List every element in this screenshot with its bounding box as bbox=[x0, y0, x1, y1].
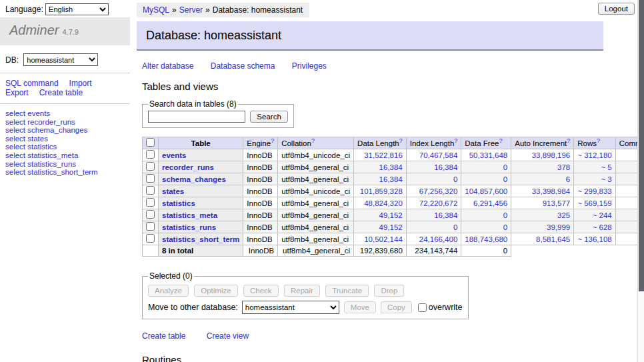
move-button[interactable]: Move bbox=[344, 301, 376, 313]
rows-count-value[interactable]: ~ 299,833 bbox=[574, 185, 615, 197]
adminer-version[interactable]: 4.7.9 bbox=[62, 28, 78, 36]
index-length-value[interactable]: 70,467,584 bbox=[406, 149, 461, 161]
auto-increment-value[interactable]: 378 bbox=[511, 161, 574, 173]
rows-count-value[interactable]: ~ 628 bbox=[574, 221, 615, 233]
data-length-value[interactable]: 31,522,816 bbox=[354, 149, 407, 161]
help-link[interactable]: ? bbox=[271, 137, 274, 144]
move-database-select[interactable]: homeassistant bbox=[242, 301, 339, 314]
row-checkbox[interactable] bbox=[146, 198, 155, 207]
help-link[interactable]: ? bbox=[399, 137, 403, 144]
table-name-link[interactable]: statistics bbox=[162, 199, 195, 207]
breadcrumb-server-link[interactable]: Server bbox=[179, 5, 203, 15]
breadcrumb-mysql-link[interactable]: MySQL bbox=[143, 5, 169, 15]
data-free-value[interactable]: 0 bbox=[461, 161, 511, 173]
table-name-link[interactable]: recorder_runs bbox=[162, 163, 214, 171]
analyze-button[interactable]: Analyze bbox=[148, 285, 189, 297]
data-length-value[interactable]: 101,859,328 bbox=[354, 185, 407, 197]
data-free-value[interactable]: 0 bbox=[461, 173, 511, 185]
sidebar-item-select-states[interactable]: select states bbox=[5, 135, 130, 143]
auto-increment-value[interactable]: 913,577 bbox=[511, 197, 574, 209]
auto-increment-value[interactable]: 39,999 bbox=[511, 221, 574, 233]
vertical-scrollbar[interactable] bbox=[637, 0, 644, 362]
data-length-value[interactable]: 48,824,320 bbox=[354, 197, 407, 209]
table-name-link[interactable]: states bbox=[162, 187, 184, 195]
auto-increment-value[interactable]: 6 bbox=[511, 173, 574, 185]
index-length-value[interactable]: 16,384 bbox=[406, 209, 461, 221]
data-length-value[interactable]: 49,152 bbox=[354, 221, 407, 233]
row-checkbox[interactable] bbox=[146, 150, 155, 159]
row-checkbox[interactable] bbox=[146, 174, 155, 183]
scrollbar-thumb[interactable] bbox=[639, 0, 644, 291]
help-link[interactable]: ? bbox=[454, 137, 457, 144]
privileges-link[interactable]: Privileges bbox=[292, 61, 327, 71]
sidebar-item-select-statistics-runs[interactable]: select statistics_runs bbox=[5, 160, 130, 169]
adminer-logo[interactable]: Adminer bbox=[9, 23, 59, 37]
data-free-value[interactable]: 104,857,600 bbox=[461, 185, 511, 197]
drop-button[interactable]: Drop bbox=[374, 285, 404, 297]
search-button[interactable]: Search bbox=[250, 111, 287, 123]
index-length-value[interactable]: 67,256,320 bbox=[406, 185, 461, 197]
row-checkbox[interactable] bbox=[146, 162, 155, 171]
logout-button[interactable]: Logout bbox=[598, 3, 635, 15]
table-name-link[interactable]: statistics_meta bbox=[162, 211, 217, 219]
check-button[interactable]: Check bbox=[243, 285, 279, 297]
data-free-value[interactable]: 0 bbox=[461, 209, 511, 221]
auto-increment-value[interactable]: 33,898,196 bbox=[511, 149, 574, 161]
data-free-value[interactable]: 6,291,456 bbox=[461, 197, 511, 209]
index-length-value[interactable]: 16,384 bbox=[406, 161, 461, 173]
data-length-value[interactable]: 49,152 bbox=[354, 209, 407, 221]
database-schema-link[interactable]: Database schema bbox=[211, 61, 275, 71]
create-view-link[interactable]: Create view bbox=[207, 331, 249, 341]
select-all-checkbox[interactable] bbox=[146, 138, 155, 147]
index-length-value[interactable]: 0 bbox=[406, 221, 461, 233]
language-select[interactable]: English bbox=[45, 3, 109, 15]
index-length-value[interactable]: 0 bbox=[406, 173, 461, 185]
rows-count-value[interactable]: ~ 3 bbox=[574, 173, 615, 185]
data-length-value[interactable]: 16,384 bbox=[354, 161, 407, 173]
data-free-value[interactable]: 188,743,680 bbox=[461, 233, 511, 245]
import-link[interactable]: Import bbox=[69, 79, 92, 88]
help-link[interactable]: ? bbox=[499, 137, 502, 144]
truncate-button[interactable]: Truncate bbox=[325, 285, 369, 297]
row-checkbox[interactable] bbox=[146, 210, 155, 219]
table-name-link[interactable]: statistics_runs bbox=[162, 223, 216, 231]
help-link[interactable]: ? bbox=[567, 137, 570, 144]
sidebar-item-select-recorder-runs[interactable]: select recorder_runs bbox=[5, 118, 130, 127]
repair-button[interactable]: Repair bbox=[284, 285, 320, 297]
index-length-value[interactable]: 24,166,400 bbox=[406, 233, 461, 245]
table-name-link[interactable]: statistics_short_term bbox=[162, 235, 239, 243]
auto-increment-value[interactable]: 33,398,984 bbox=[511, 185, 574, 197]
row-checkbox[interactable] bbox=[146, 186, 155, 195]
auto-increment-value[interactable]: 325 bbox=[511, 209, 574, 221]
data-length-value[interactable]: 10,502,144 bbox=[354, 233, 407, 245]
sql-command-link[interactable]: SQL command bbox=[5, 79, 59, 88]
help-link[interactable]: ? bbox=[311, 137, 315, 144]
rows-count-value[interactable]: ~ 244 bbox=[574, 209, 615, 221]
row-checkbox[interactable] bbox=[146, 234, 155, 243]
sidebar-item-select-statistics-meta[interactable]: select statistics_meta bbox=[5, 151, 130, 160]
help-link[interactable]: ? bbox=[597, 137, 600, 144]
rows-count-value[interactable]: ~ 5 bbox=[574, 161, 615, 173]
data-length-value[interactable]: 16,384 bbox=[354, 173, 407, 185]
rows-count-value[interactable]: ~ 569,159 bbox=[574, 197, 615, 209]
copy-button[interactable]: Copy bbox=[381, 301, 412, 313]
row-checkbox[interactable] bbox=[146, 222, 155, 231]
data-free-value[interactable]: 50,331,648 bbox=[461, 149, 511, 161]
optimize-button[interactable]: Optimize bbox=[194, 285, 237, 297]
sidebar-item-select-events[interactable]: select events bbox=[5, 109, 130, 118]
create-table-link-sidebar[interactable]: Create table bbox=[39, 88, 83, 97]
sidebar-item-select-statistics[interactable]: select statistics bbox=[5, 143, 130, 151]
create-table-link[interactable]: Create table bbox=[142, 331, 185, 341]
export-link[interactable]: Export bbox=[5, 88, 29, 97]
rows-count-value[interactable]: ~ 136,108 bbox=[574, 233, 615, 245]
auto-increment-value[interactable]: 8,581,645 bbox=[511, 233, 574, 245]
sidebar-item-select-schema-changes[interactable]: select schema_changes bbox=[5, 126, 130, 135]
table-name-link[interactable]: events bbox=[162, 151, 186, 159]
search-input[interactable] bbox=[148, 111, 245, 123]
index-length-value[interactable]: 72,220,672 bbox=[406, 197, 461, 209]
table-name-link[interactable]: schema_changes bbox=[162, 175, 226, 183]
overwrite-checkbox[interactable] bbox=[418, 303, 427, 312]
alter-database-link[interactable]: Alter database bbox=[142, 61, 193, 71]
rows-count-value[interactable]: ~ 312,180 bbox=[574, 149, 615, 161]
db-select[interactable]: homeassistant bbox=[23, 53, 98, 66]
